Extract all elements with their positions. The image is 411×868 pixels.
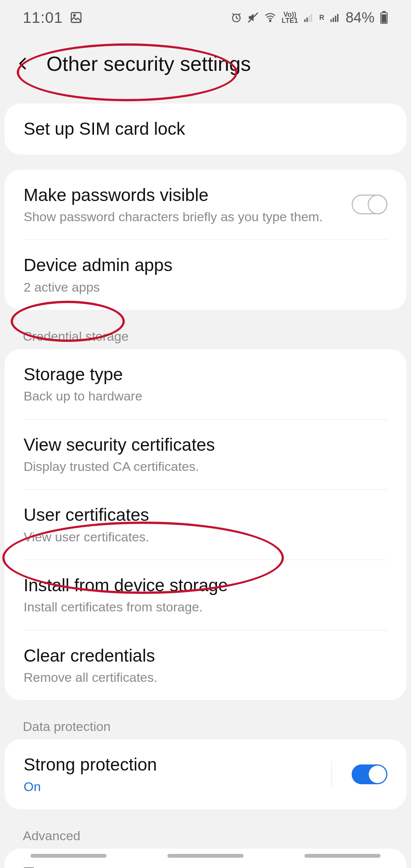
clock-time: 11:01: [23, 9, 63, 26]
svg-rect-10: [333, 18, 334, 22]
section-credential-storage: Credential storage: [0, 318, 411, 349]
row-install-from-device-storage[interactable]: Install from device storage Install cert…: [5, 560, 406, 630]
chevron-left-icon: [16, 56, 31, 71]
svg-rect-8: [311, 14, 312, 22]
svg-rect-12: [337, 14, 339, 22]
row-title: Device admin apps: [24, 254, 387, 276]
row-sub: 2 active apps: [24, 279, 387, 295]
nav-recents[interactable]: [30, 854, 107, 858]
svg-rect-7: [309, 16, 310, 22]
alarm-icon: [231, 12, 242, 23]
row-passwords-visible[interactable]: Make passwords visible Show password cha…: [5, 170, 406, 240]
row-title: User certificates: [24, 504, 387, 526]
row-title: Make passwords visible: [24, 184, 342, 206]
page-header: Other security settings: [0, 35, 411, 92]
row-storage-type[interactable]: Storage type Back up to hardware: [5, 349, 406, 419]
row-sub: Remove all certificates.: [24, 669, 387, 686]
nav-back[interactable]: [304, 854, 381, 858]
row-sub: Display trusted CA certificates.: [24, 458, 387, 475]
svg-rect-11: [335, 16, 336, 22]
row-clear-credentials[interactable]: Clear credentials Remove all certificate…: [5, 630, 406, 700]
toggle-passwords-visible[interactable]: [352, 195, 387, 214]
row-title: Storage type: [24, 364, 387, 386]
vertical-divider: [331, 761, 332, 788]
card-credential-storage: Storage type Back up to hardware View se…: [5, 349, 406, 700]
row-sub: Show password characters briefly as you …: [24, 208, 342, 225]
card-sim: Set up SIM card lock: [5, 104, 406, 155]
row-sub: Install certificates from storage.: [24, 598, 387, 615]
svg-rect-6: [306, 18, 308, 22]
row-title: Set up SIM card lock: [24, 118, 387, 140]
signal-1-icon: [303, 12, 314, 23]
row-sim-lock[interactable]: Set up SIM card lock: [5, 104, 406, 155]
svg-rect-15: [382, 14, 387, 23]
row-sub: Back up to hardware: [24, 388, 387, 404]
roaming-label: R: [319, 14, 324, 22]
svg-rect-9: [330, 19, 332, 22]
row-sub: View user certificates.: [24, 528, 387, 545]
row-title: Strong protection: [24, 754, 322, 776]
page-title: Other security settings: [46, 52, 251, 75]
svg-point-1: [74, 14, 75, 16]
lte-label: LTE1: [282, 18, 298, 24]
row-device-admin-apps[interactable]: Device admin apps 2 active apps: [5, 240, 406, 310]
section-data-protection: Data protection: [0, 708, 411, 739]
row-title: View security certificates: [24, 434, 387, 456]
nav-home[interactable]: [167, 854, 244, 858]
mute-icon: [247, 12, 259, 23]
card-passwords: Make passwords visible Show password cha…: [5, 170, 406, 310]
svg-rect-0: [71, 13, 81, 22]
battery-icon: [380, 11, 388, 24]
gallery-icon: [70, 11, 83, 24]
wifi-icon: [264, 12, 276, 23]
status-bar: 11:01 Vo)) LTE1 R 84%: [0, 0, 411, 35]
row-title: Install from device storage: [24, 574, 387, 597]
volte-icon: Vo)) LTE1: [282, 11, 298, 24]
row-view-security-certificates[interactable]: View security certificates Display trust…: [5, 420, 406, 490]
row-user-certificates[interactable]: User certificates View user certificates…: [5, 490, 406, 560]
svg-rect-5: [304, 19, 306, 22]
toggle-strong-protection[interactable]: [352, 764, 387, 784]
card-data-protection: Strong protection On: [5, 739, 406, 809]
back-button[interactable]: [10, 50, 37, 77]
svg-point-4: [269, 20, 271, 22]
row-strong-protection[interactable]: Strong protection On: [5, 739, 406, 809]
row-title: Clear credentials: [24, 645, 387, 667]
row-sub: On: [24, 778, 322, 795]
system-navbar: [0, 844, 411, 868]
battery-percent: 84%: [346, 10, 374, 26]
signal-2-icon: [330, 12, 340, 23]
